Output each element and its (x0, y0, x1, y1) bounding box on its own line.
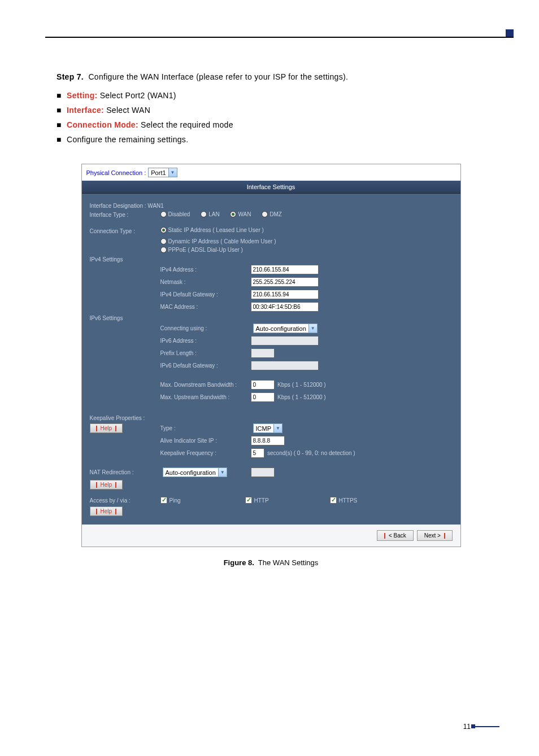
access-http[interactable]: HTTP (245, 497, 330, 504)
nat-redirection-label: NAT Redirection : (90, 469, 160, 475)
figure-caption: Figure 8. The WAN Settings (56, 558, 485, 567)
ipv6-connecting-label: Connecting using : (160, 325, 251, 331)
iftype-lan[interactable]: LAN (201, 211, 219, 217)
conntype-static[interactable]: Static IP Address ( Leased Line User ) (160, 227, 264, 233)
downstream-bw-label: Max. Downstream Bandwidth : (160, 382, 251, 388)
alive-ip-label: Alive Indicator Site IP : (160, 438, 251, 444)
access-https[interactable]: HTTPS (330, 497, 415, 504)
chevron-down-icon: ▼ (168, 168, 177, 177)
nat-value-input[interactable] (251, 467, 275, 477)
prefix-length-input[interactable] (251, 348, 275, 358)
keepalive-freq-label: Keepalive Frequency : (160, 450, 251, 456)
mac-address-input[interactable] (251, 302, 319, 312)
nat-redirection-select[interactable]: Auto-configuration ▼ (163, 467, 227, 477)
chevron-down-icon: ▼ (218, 468, 227, 477)
ipv6-settings-label: IPv6 Settings (90, 315, 453, 321)
ipv6-gateway-label: IPv6 Default Gateway : (160, 362, 251, 369)
netmask-label: Netmask : (160, 279, 251, 285)
bullet-setting: ■Setting: Select Port2 (WAN1) (56, 91, 485, 100)
access-ping[interactable]: Ping (160, 497, 245, 504)
keepalive-label: Keepalive Properties : (90, 415, 453, 421)
iftype-dmz[interactable]: DMZ (262, 211, 282, 217)
ipv6-connecting-select[interactable]: Auto-configuration ▼ (253, 324, 318, 333)
interface-designation: Interface Designation : WAN1 (90, 203, 453, 209)
physical-connection-label: Physical Connection : (86, 169, 146, 176)
ipv6-gateway-input[interactable] (251, 361, 319, 370)
step-7-text: Step 7. Configure the WAN Interface (ple… (56, 71, 485, 83)
ipv4-settings-label: IPv4 Settings (90, 256, 453, 263)
keepalive-type-select[interactable]: ICMP ▼ (253, 423, 283, 433)
bullet-connection-mode: ■Connection Mode: Select the required mo… (56, 120, 485, 129)
conntype-pppoe[interactable]: PPPoE ( ADSL Dial-Up User ) (160, 247, 453, 253)
prefix-length-label: Prefix Length : (160, 350, 251, 356)
physical-connection-select[interactable]: Port1 ▼ (148, 168, 177, 177)
back-button[interactable]: < Back (377, 530, 413, 541)
keepalive-freq-input[interactable] (251, 448, 264, 458)
downstream-bw-input[interactable] (251, 380, 275, 390)
bullet-interface: ■Interface: Select WAN (56, 106, 485, 115)
help-button-keepalive[interactable]: Help (90, 423, 123, 433)
ipv4-address-label: IPv4 Address : (160, 266, 251, 273)
next-button[interactable]: Next > (417, 530, 453, 541)
access-by-via-label: Access by / via : (90, 497, 160, 504)
upstream-bw-input[interactable] (251, 392, 275, 402)
ipv6-address-label: IPv6 Address : (160, 338, 251, 344)
alive-ip-input[interactable] (251, 436, 285, 445)
iftype-disabled[interactable]: Disabled (160, 211, 190, 217)
ipv4-gateway-label: IPv4 Default Gateway : (160, 291, 251, 298)
interface-type-label: Interface Type : (90, 212, 160, 218)
netmask-input[interactable] (251, 277, 319, 287)
page-number: 11 (463, 723, 499, 731)
connection-type-label: Connection Type : (90, 228, 160, 234)
mac-address-label: MAC Address : (160, 304, 251, 310)
iftype-wan[interactable]: WAN (230, 211, 251, 217)
upstream-bw-label: Max. Upstream Bandwidth : (160, 394, 251, 400)
ipv4-gateway-input[interactable] (251, 290, 319, 299)
interface-settings-header: Interface Settings (82, 181, 460, 194)
interface-settings-screenshot: Physical Connection : Port1 ▼ Interface … (81, 164, 461, 547)
bullet-remaining: ■Configure the remaining settings. (56, 135, 485, 144)
chevron-down-icon: ▼ (308, 324, 317, 333)
chevron-down-icon: ▼ (273, 424, 282, 432)
keepalive-type-label: Type : (160, 425, 251, 431)
help-button-nat[interactable]: Help (90, 480, 123, 490)
ipv4-address-input[interactable] (251, 265, 319, 274)
ipv6-address-input[interactable] (251, 336, 319, 346)
help-button-access[interactable]: Help (90, 506, 123, 516)
conntype-dynamic[interactable]: Dynamic IP Address ( Cable Modem User ) (160, 238, 453, 244)
